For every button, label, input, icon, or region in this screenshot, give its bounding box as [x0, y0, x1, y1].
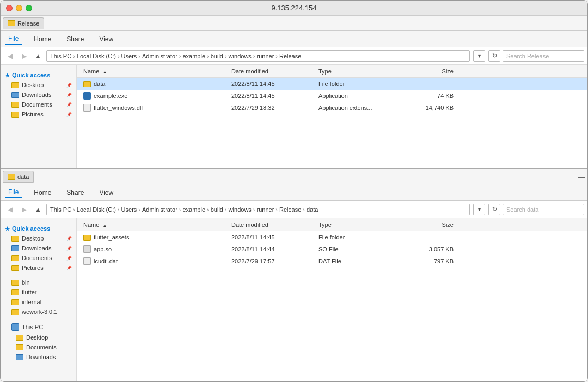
bc-build-1: build: [211, 53, 223, 59]
tab-folder-icon-2: [8, 174, 15, 180]
bc-windows-1: windows: [229, 53, 252, 59]
tab-bar-1: Release: [1, 16, 587, 31]
minimize-button[interactable]: [16, 5, 22, 11]
tab-release[interactable]: Release: [3, 17, 44, 29]
sidebar-item-downloads-2[interactable]: Downloads 📌: [1, 243, 76, 253]
pin-icon: 📌: [66, 93, 72, 97]
back-btn-1[interactable]: ◀: [4, 50, 16, 62]
folder-icon: [83, 81, 91, 87]
sidebar-item-bin[interactable]: bin: [1, 278, 76, 287]
sidebar-item-documents-2[interactable]: Documents 📌: [1, 253, 76, 263]
col-header-type-1[interactable]: Type: [318, 68, 406, 75]
sidebar-item-wework[interactable]: wework-3.0.1: [1, 307, 76, 317]
sidebar-item-desktop-pc[interactable]: Desktop: [1, 332, 76, 342]
back-btn-2[interactable]: ◀: [4, 204, 16, 215]
sidebar-item-flutter[interactable]: flutter: [1, 287, 76, 297]
col-header-size-2[interactable]: Size: [406, 221, 460, 228]
bc-build-2: build: [211, 206, 223, 213]
col-header-name-2[interactable]: Name ▲: [79, 221, 231, 228]
ribbon-share-2[interactable]: Share: [63, 188, 87, 198]
ribbon-file-2[interactable]: File: [5, 187, 22, 198]
file-row-data[interactable]: data 2022/8/11 14:45 File folder: [77, 78, 587, 90]
folder-icon: [11, 255, 19, 261]
forward-btn-1[interactable]: ▶: [18, 50, 30, 62]
sidebar-item-pictures-2[interactable]: Pictures 📌: [1, 263, 76, 273]
col-header-date-2[interactable]: Date modified: [231, 221, 318, 228]
ribbon-view-2[interactable]: View: [96, 188, 117, 198]
col-header-date-1[interactable]: Date modified: [231, 68, 318, 75]
col-header-type-2[interactable]: Type: [318, 221, 406, 228]
file-name-icudtl: icudtl.dat: [79, 257, 231, 265]
file-date-data: 2022/8/11 14:45: [231, 81, 318, 87]
file-row-app-so[interactable]: app.so 2022/8/11 14:44 SO File 3,057 KB: [77, 243, 587, 255]
sidebar-item-internal[interactable]: internal: [1, 297, 76, 307]
folder-icon: [11, 265, 19, 271]
file-row-flutter-dll[interactable]: flutter_windows.dll 2022/7/29 18:32 Appl…: [77, 102, 587, 114]
pin-icon: 📌: [66, 266, 72, 270]
file-row-example-exe[interactable]: example.exe 2022/8/11 14:45 Application …: [77, 90, 587, 102]
breadcrumb-2[interactable]: This PC › Local Disk (C:) › Users › Admi…: [46, 204, 470, 215]
folder-icon: [11, 82, 19, 88]
file-name-flutter-assets: flutter_assets: [79, 234, 231, 241]
file-row-icudtl[interactable]: icudtl.dat 2022/7/29 17:57 DAT File 797 …: [77, 255, 587, 267]
folder-icon: [16, 344, 23, 350]
up-btn-2[interactable]: ▲: [32, 204, 44, 215]
sidebar-item-desktop-1[interactable]: Desktop 📌: [1, 80, 76, 90]
col-header-name-1[interactable]: Name ▲: [79, 68, 231, 75]
folder-icon: [11, 112, 19, 118]
pin-icon: 📌: [66, 236, 72, 241]
sidebar-item-downloads-pc[interactable]: Downloads: [1, 352, 76, 362]
maximize-button[interactable]: [26, 5, 32, 11]
sidebar-header-qa-2[interactable]: Quick access: [1, 224, 76, 233]
sidebar-quick-access-1: Quick access Desktop 📌 Downloads 📌: [1, 69, 76, 120]
file-size-exe: 74 KB: [406, 93, 460, 99]
forward-btn-2[interactable]: ▶: [18, 204, 30, 215]
ribbon-1: File Home Share View: [1, 31, 587, 47]
dll-icon: [83, 104, 91, 112]
bc-disk-1: Local Disk (C:): [77, 53, 116, 59]
search-placeholder-2: Search data: [506, 206, 538, 213]
search-box-2[interactable]: Search data: [503, 204, 584, 215]
file-date-exe: 2022/8/11 14:45: [231, 93, 318, 99]
minimize-btn[interactable]: —: [572, 4, 580, 13]
so-icon: [83, 245, 91, 253]
breadcrumb-1[interactable]: This PC › Local Disk (C:) › Users › Admi…: [46, 50, 470, 62]
exe-icon: [83, 92, 91, 100]
sidebar-item-thispc[interactable]: This PC: [1, 322, 76, 332]
pane-container: Release File Home Share View ◀ ▶ ▲ This …: [1, 16, 587, 382]
pane2-minimize[interactable]: —: [578, 172, 585, 181]
sidebar-item-downloads-1[interactable]: Downloads 📌: [1, 90, 76, 100]
search-box-1[interactable]: Search Release: [503, 50, 584, 62]
pin-icon: 📌: [66, 112, 72, 117]
file-row-flutter-assets[interactable]: flutter_assets 2022/8/11 14:45 File fold…: [77, 231, 587, 243]
breadcrumb-dropdown-1[interactable]: ▾: [473, 50, 485, 62]
sidebar-2: Quick access Desktop 📌 Downloads 📌: [1, 218, 77, 382]
close-button[interactable]: [6, 5, 13, 11]
ribbon-home-1[interactable]: Home: [30, 34, 54, 44]
sidebar-header-qa-1[interactable]: Quick access: [1, 70, 76, 80]
bc-users-1: Users: [121, 53, 137, 59]
bc-pc-1: This PC: [50, 53, 71, 59]
pane-inner-1: Quick access Desktop 📌 Downloads 📌: [1, 65, 587, 168]
sidebar-item-pictures-1[interactable]: Pictures 📌: [1, 109, 76, 119]
col-header-size-1[interactable]: Size: [406, 68, 460, 75]
file-type-icudtl: DAT File: [318, 258, 406, 264]
refresh-btn-2[interactable]: ↻: [488, 204, 500, 215]
sidebar-item-desktop-2[interactable]: Desktop 📌: [1, 233, 76, 243]
sidebar-item-documents-1[interactable]: Documents 📌: [1, 100, 76, 109]
ribbon-file-1[interactable]: File: [5, 34, 22, 45]
file-size-app-so: 3,057 KB: [406, 246, 460, 252]
download-icon: [16, 354, 23, 360]
ribbon-share-1[interactable]: Share: [63, 34, 87, 44]
up-btn-1[interactable]: ▲: [32, 50, 44, 62]
tab-data[interactable]: data: [3, 171, 34, 183]
refresh-btn-1[interactable]: ↻: [488, 50, 500, 62]
ribbon-home-2[interactable]: Home: [30, 188, 54, 198]
bc-runner-1: runner: [257, 53, 274, 59]
sidebar-item-documents-pc[interactable]: Documents: [1, 342, 76, 352]
file-type-dll: Application extens...: [318, 104, 406, 111]
traffic-lights: [6, 5, 32, 11]
bc-runner-2: runner: [257, 206, 274, 213]
breadcrumb-dropdown-2[interactable]: ▾: [473, 204, 485, 215]
ribbon-view-1[interactable]: View: [96, 34, 117, 44]
